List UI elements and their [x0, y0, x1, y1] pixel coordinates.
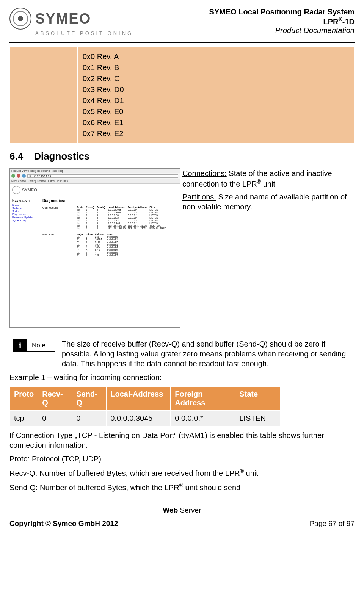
th-local: Local-Address: [106, 386, 171, 411]
table-row: tcp 0 0 0.0.0.0:3045 0.0.0.0:* LISTEN: [10, 411, 281, 426]
copyright: Copyright © Symeo GmbH 2012: [9, 519, 118, 528]
th-sendq: Send-Q: [72, 386, 106, 411]
revision-left-cell: [9, 47, 78, 144]
example-caption: Example 1 – waiting for incoming connect…: [9, 372, 355, 382]
th-proto: Proto: [10, 386, 38, 411]
ss-sidebar: Navigation Home Settings Status Diagnost…: [10, 196, 40, 261]
logo-icon: [9, 8, 31, 30]
page-number: Page 67 of 97: [310, 519, 355, 528]
diagnostics-description: Connections: State of the active and ina…: [182, 168, 355, 328]
footer-divider-top: [9, 504, 355, 504]
revision-table: 0x0 Rev. A 0x1 Rev. B 0x2 Rev. C 0x3 Rev…: [9, 47, 355, 144]
diagnostics-row: File Edit View History Bookmarks Tools H…: [9, 168, 355, 328]
revision-right-cell: 0x0 Rev. A 0x1 Rev. B 0x2 Rev. C 0x3 Rev…: [78, 47, 355, 144]
diagnostics-screenshot: File Edit View History Bookmarks Tools H…: [9, 168, 180, 328]
doc-title-line3: Product Documentation: [209, 26, 355, 35]
note-text: The size of receive buffer (Recv-Q) and …: [62, 339, 355, 369]
footer-section-title: Web Server: [9, 506, 355, 515]
rev-item: 0x0 Rev. A: [83, 52, 350, 61]
ss-logo: SYMEO: [10, 184, 180, 196]
logo-text: SYMEO: [35, 11, 91, 27]
nav-reload-icon: [22, 174, 26, 178]
ss-addressbar: http://192.168.1.99: [10, 173, 180, 179]
after-p3: Recv-Q: Number of buffered Bytes, which …: [9, 468, 355, 478]
after-p2: Proto: Protocol (TCP, UDP): [9, 454, 355, 464]
ss-nav-link: Settings: [12, 207, 38, 210]
logo-block: SYMEO ABSOLUTE POSITIONING: [9, 8, 133, 36]
rev-item: 0x3 Rev. D0: [83, 85, 350, 94]
ss-conn-table: ProtoRecv-QSend-QLocal AddressForeign Ad…: [76, 206, 168, 230]
note-label: Note: [27, 339, 51, 351]
ss-nav-link: Diagnostics: [12, 213, 38, 216]
header-divider: [9, 42, 355, 43]
ss-nav-link: System Log: [12, 219, 38, 222]
doc-title-block: SYMEO Local Positioning Radar System LPR…: [209, 8, 355, 35]
proto-table: Proto Recv-Q Send-Q Local-Address Foreig…: [9, 386, 281, 427]
note-block: i Note The size of receive buffer (Recv-…: [9, 339, 355, 369]
nav-stop-icon: [17, 174, 20, 178]
info-icon: i: [14, 339, 27, 351]
th-foreign: Foreign Address: [171, 386, 235, 411]
ss-nav-link: Status: [12, 210, 38, 213]
rev-item: 0x4 Rev. D1: [83, 96, 350, 105]
page-header: SYMEO ABSOLUTE POSITIONING SYMEO Local P…: [9, 8, 355, 40]
footer-divider-bottom: [9, 517, 355, 517]
section-heading: 6.4Diagnostics: [9, 151, 355, 162]
after-p1: If Connection Type „TCP - Listening on D…: [9, 430, 355, 450]
rev-item: 0x1 Rev. B: [83, 63, 350, 72]
partitions-label: Partitions:: [182, 193, 216, 201]
note-badge: i Note: [13, 339, 55, 352]
ss-url: http://192.168.1.99: [27, 174, 178, 178]
th-state: State: [235, 386, 281, 411]
ss-part-table: majorminor#blocksname310256mtdblock03111…: [76, 233, 119, 257]
connections-label: Connections:: [182, 169, 227, 177]
rev-item: 0x5 Rev. E0: [83, 107, 350, 116]
after-p4: Send-Q: Number of buffered Bytes, which …: [9, 482, 355, 493]
ss-nav-link: Firmware Update: [12, 216, 38, 219]
ss-nav-link: Home: [12, 204, 38, 207]
ss-bookmarks: Most Visited Getting Started Latest Head…: [10, 179, 180, 184]
th-recvq: Recv-Q: [38, 386, 72, 411]
ss-main: Diagnostics: Connections ProtoRecv-QSend…: [40, 196, 180, 261]
doc-title-line2: LPR®-1D: [209, 16, 355, 26]
rev-item: 0x7 Rev. E2: [83, 129, 350, 138]
doc-title-line1: SYMEO Local Positioning Radar System: [209, 8, 355, 16]
rev-item: 0x2 Rev. C: [83, 74, 350, 83]
ss-menubar: File Edit View History Bookmarks Tools H…: [10, 169, 180, 173]
page-footer: Web Server Copyright © Symeo GmbH 2012 P…: [9, 504, 355, 528]
nav-back-icon: [11, 174, 15, 178]
ss-logo-icon: [12, 186, 20, 194]
logo-subtitle: ABSOLUTE POSITIONING: [35, 30, 133, 36]
rev-item: 0x6 Rev. E1: [83, 118, 350, 127]
